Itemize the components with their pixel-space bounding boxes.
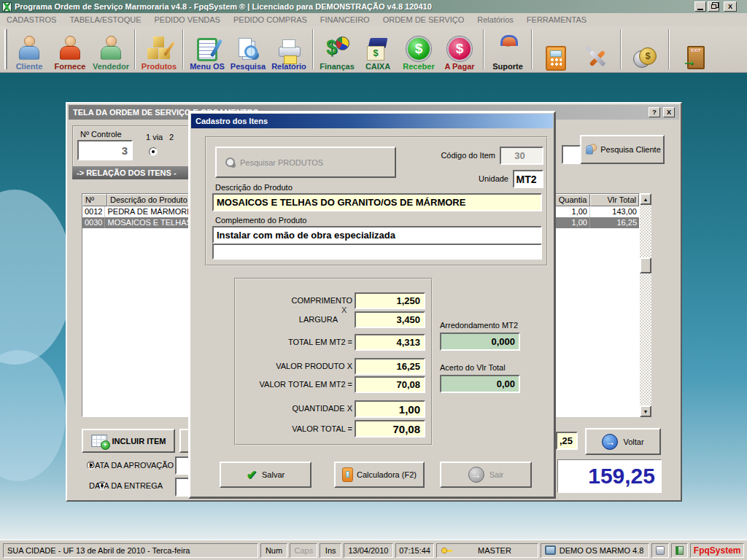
data-aprovacao-field[interactable] (175, 456, 190, 475)
status-time: 07:15:44 (395, 543, 435, 558)
scroll-up-button[interactable]: ▲ (640, 193, 651, 205)
col-header-vlr-total[interactable]: Vlr Total (590, 194, 639, 206)
pay-dollar-icon: $ (447, 36, 472, 61)
table-row[interactable]: 1,00 143,00 (555, 206, 639, 217)
voltar-button[interactable]: → Voltar (585, 428, 661, 455)
sair-button: → Sair (440, 462, 532, 488)
partial-value-field[interactable]: ,25 (556, 432, 578, 450)
multiply-symbol: X (341, 306, 347, 314)
help-icon: ? (652, 109, 657, 116)
col-header-numero[interactable]: Nº (82, 194, 107, 206)
restore-button[interactable] (708, 1, 719, 12)
toolbar-cliente-button[interactable]: Cliente (9, 26, 50, 72)
partial-field (562, 145, 581, 164)
coins-icon (632, 44, 657, 71)
support-headset-icon (495, 35, 520, 61)
toolbar-separator (134, 29, 136, 69)
toolbar-calculator-button[interactable] (535, 26, 576, 72)
data-entrega-field[interactable] (175, 478, 190, 497)
toolbar-separator (483, 29, 484, 69)
valor-total-label: VALOR TOTAL = (236, 424, 352, 433)
scroll-down-button[interactable]: ▼ (640, 405, 651, 417)
quantidade-field[interactable]: 1,00 (355, 400, 425, 418)
codigo-item-label: Código do Item (433, 151, 495, 160)
valor-total-field[interactable]: 70,08 (355, 420, 425, 438)
arredondamento-field[interactable]: 0,000 (440, 332, 520, 351)
pesquisa-cliente-button[interactable]: Pesquisa Cliente (580, 135, 665, 164)
salvar-button[interactable]: ✔ Salvar (220, 462, 311, 488)
menu-tabela-estoque[interactable]: TABELA/ESTOQUE (63, 15, 147, 24)
via1-radio[interactable] (149, 147, 158, 156)
descricao-produto-field[interactable]: MOSAICOS E TELHAS DO GRANITO/OS DE MÁRMO… (212, 193, 542, 211)
table-row-selected[interactable]: 0030 MOSAICOS E TELHAS (82, 217, 189, 228)
toolbar-pesquisa-button[interactable]: Pesquisa (228, 26, 268, 72)
largura-field[interactable]: 3,450 (355, 311, 425, 328)
total-mt2-label: TOTAL EM MT2 = (236, 338, 352, 346)
toolbar-receber-button[interactable]: $ Receber (398, 26, 439, 72)
complemento-produto-field-2[interactable] (212, 244, 542, 260)
items-scrollbar[interactable]: ▲ ▼ (640, 193, 651, 417)
status-num: Num (260, 543, 288, 558)
close-button[interactable]: X (724, 1, 737, 12)
status-system: DEMO OS MARMO 4.8 (541, 543, 649, 558)
toolbar-tools-button[interactable] (576, 26, 617, 72)
search-docs-icon (237, 36, 259, 61)
toolbar-suporte-button[interactable]: Suporte (487, 26, 528, 72)
printer-icon (656, 546, 665, 555)
comprimento-label: COMPRIMENTO (236, 296, 352, 305)
total-value: 159,25 (588, 464, 655, 489)
os-window-help-button[interactable]: ? (649, 107, 660, 117)
total-mt2-field[interactable]: 4,313 (355, 334, 425, 351)
menu-financeiro[interactable]: FINANCEIRO (314, 15, 376, 24)
controle-field[interactable]: 3 (77, 140, 133, 160)
toolbar-produtos-button[interactable]: Produtos (139, 26, 179, 72)
scrollbar-thumb[interactable] (640, 257, 651, 273)
toolbar-financas-button[interactable]: $ Finanças (317, 26, 357, 72)
toolbar-coins-button[interactable] (624, 26, 665, 72)
search-magnifier-icon (225, 158, 235, 167)
scroll-up-icon: ▲ (643, 197, 649, 202)
controle-label: Nº Controle (80, 130, 122, 139)
complemento-produto-field[interactable]: Instalar com mão de obra especializada (212, 226, 542, 244)
status-brand: FpqSystem (690, 543, 744, 558)
dialog-titlebar[interactable]: Cadastro dos Itens (191, 114, 553, 128)
items-table-left: Nº Descrição do Produto 0012 PEDRA DE MÁ… (82, 193, 190, 417)
incluir-item-button[interactable]: INCLUIR ITEM (82, 429, 175, 453)
col-header-descricao[interactable]: Descrição do Produto (107, 194, 189, 206)
table-row-selected[interactable]: 1,00 16,25 (555, 217, 639, 228)
menu-ferramentas[interactable]: FERRAMENTAS (520, 15, 593, 24)
status-user: MASTER (436, 543, 538, 558)
toolbar-relatorio-button[interactable]: Relatório (268, 26, 309, 72)
minimize-button[interactable] (694, 1, 706, 12)
valor-total-mt2-field[interactable]: 70,08 (355, 376, 425, 393)
toolbar-fornecedor-button[interactable]: Fornece (50, 26, 90, 72)
comprimento-field[interactable]: 1,250 (355, 292, 425, 309)
toolbar-caixa-button[interactable]: CAIXA (357, 26, 398, 72)
acerto-vlr-total-field[interactable]: 0,00 (440, 375, 520, 393)
application-window: Programa Ordem de Serviço Marmoraria v4.… (0, 0, 747, 560)
status-network-panel[interactable] (671, 543, 689, 558)
toolbar-vendedor-button[interactable]: Vendedor (90, 26, 131, 72)
valor-produto-field[interactable]: 16,25 (355, 358, 425, 375)
menu-cadastros[interactable]: CADASTROS (0, 15, 63, 24)
check-icon: ✔ (247, 467, 257, 483)
close-icon: X (728, 4, 732, 10)
menu-pedido-compras[interactable]: PEDIDO COMPRAS (227, 15, 314, 24)
toolbar-separator (182, 29, 184, 69)
client-person-icon (584, 144, 595, 155)
menu-pedido-vendas[interactable]: PEDIDO VENDAS (147, 15, 226, 24)
os-window-close-button[interactable]: X (663, 107, 675, 117)
toolbar-menu-os-button[interactable]: Menu OS (187, 26, 228, 72)
menu-relatorios[interactable]: Relatórios (471, 15, 520, 24)
unidade-field[interactable]: MT2 (513, 170, 543, 188)
toolbar-a-pagar-button[interactable]: $ A Pagar (439, 26, 480, 72)
status-print-panel[interactable] (651, 543, 669, 558)
status-caps: Caps (290, 543, 317, 558)
toolbar-exit-button[interactable] (673, 26, 713, 72)
col-header-quantia[interactable]: Quantia (555, 194, 590, 206)
acerto-vlr-total-label: Acerto do Vlr Total (440, 363, 506, 372)
table-row[interactable]: 0012 PEDRA DE MÁRMORE (82, 206, 189, 217)
toolbar-grip (4, 29, 7, 69)
calculadora-button[interactable]: Calculadora (F2) (334, 462, 425, 488)
menu-ordem-servico[interactable]: ORDEM DE SERVIÇO (376, 15, 471, 24)
